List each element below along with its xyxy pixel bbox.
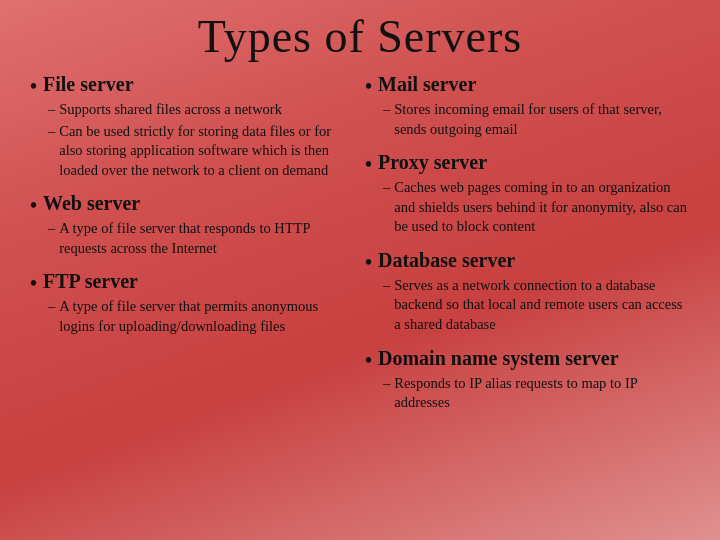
slide: Types of Servers • File server – Support…	[0, 0, 720, 540]
web-server-sub-1: – A type of file server that responds to…	[48, 219, 355, 258]
bullet-mail-server: • Mail server – Stores incoming email fo…	[365, 73, 690, 141]
bullet-dot: •	[30, 272, 37, 295]
bullet-file-server-label: • File server	[30, 73, 355, 98]
dash-icon: –	[48, 122, 55, 142]
database-server-subs: – Serves as a network connection to a da…	[383, 276, 690, 335]
dash-icon: –	[383, 276, 390, 296]
bullet-file-server: • File server – Supports shared files ac…	[30, 73, 355, 182]
dash-icon: –	[383, 100, 390, 120]
ftp-server-sub-1: – A type of file server that permits ano…	[48, 297, 355, 336]
mail-server-sub-1: – Stores incoming email for users of tha…	[383, 100, 690, 139]
dash-icon: –	[383, 374, 390, 394]
ftp-server-subs: – A type of file server that permits ano…	[48, 297, 355, 336]
bullet-dot: •	[365, 153, 372, 176]
dash-icon: –	[48, 219, 55, 239]
dash-icon: –	[48, 297, 55, 317]
left-column: • File server – Supports shared files ac…	[30, 73, 355, 520]
proxy-server-sub-1: – Caches web pages coming in to an organ…	[383, 178, 690, 237]
bullet-dns-server-label: • Domain name system server	[365, 347, 690, 372]
bullet-dot: •	[365, 349, 372, 372]
slide-title: Types of Servers	[30, 10, 690, 63]
dns-server-subs: – Responds to IP alias requests to map t…	[383, 374, 690, 413]
bullet-dot: •	[30, 194, 37, 217]
bullet-dot: •	[365, 75, 372, 98]
dns-server-sub-1: – Responds to IP alias requests to map t…	[383, 374, 690, 413]
file-server-sub-2: – Can be used strictly for storing data …	[48, 122, 355, 181]
bullet-ftp-server-label: • FTP server	[30, 270, 355, 295]
bullet-proxy-server: • Proxy server – Caches web pages coming…	[365, 151, 690, 239]
bullet-dot: •	[30, 75, 37, 98]
bullet-mail-server-label: • Mail server	[365, 73, 690, 98]
bullet-web-server-label: • Web server	[30, 192, 355, 217]
database-server-sub-1: – Serves as a network connection to a da…	[383, 276, 690, 335]
bullet-ftp-server: • FTP server – A type of file server tha…	[30, 270, 355, 338]
dash-icon: –	[383, 178, 390, 198]
dash-icon: –	[48, 100, 55, 120]
content-area: • File server – Supports shared files ac…	[30, 73, 690, 520]
file-server-subs: – Supports shared files across a network…	[48, 100, 355, 180]
bullet-proxy-server-label: • Proxy server	[365, 151, 690, 176]
bullet-database-server: • Database server – Serves as a network …	[365, 249, 690, 337]
file-server-sub-1: – Supports shared files across a network	[48, 100, 355, 120]
mail-server-subs: – Stores incoming email for users of tha…	[383, 100, 690, 139]
bullet-dot: •	[365, 251, 372, 274]
bullet-database-server-label: • Database server	[365, 249, 690, 274]
right-column: • Mail server – Stores incoming email fo…	[365, 73, 690, 520]
bullet-web-server: • Web server – A type of file server tha…	[30, 192, 355, 260]
web-server-subs: – A type of file server that responds to…	[48, 219, 355, 258]
proxy-server-subs: – Caches web pages coming in to an organ…	[383, 178, 690, 237]
bullet-dns-server: • Domain name system server – Responds t…	[365, 347, 690, 415]
